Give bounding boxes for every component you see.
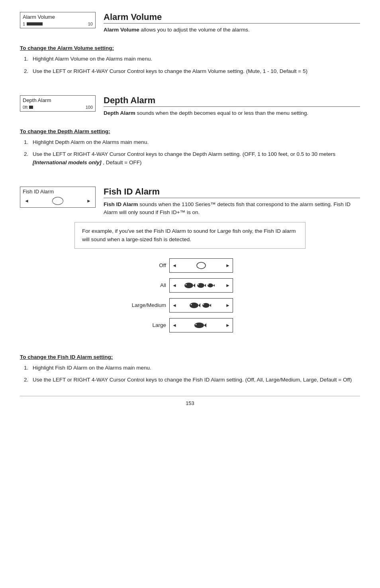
fish-option-largemedium-inner <box>188 301 214 310</box>
depth-alarm-desc-text: sounds when the depth becomes equal to o… <box>137 110 309 116</box>
fish-id-note-box: For example, if you've set the Fish ID A… <box>74 222 306 249</box>
fish-largemedium-icon <box>188 301 214 310</box>
alarm-volume-header: Alarm Volume 1 10 Alarm Volume Alarm Vol… <box>20 12 360 34</box>
fish-id-alarm-section: Fish ID Alarm ◄ ► Fish ID Alarm Fish ID … <box>20 187 360 384</box>
svg-marker-11 <box>198 303 200 307</box>
fish-off-icon <box>196 261 207 270</box>
depth-alarm-desc-bold: Depth Alarm <box>104 110 135 116</box>
svg-point-7 <box>208 283 213 287</box>
depth-alarm-slider-track <box>29 106 84 109</box>
alarm-volume-desc-bold: Alarm Volume <box>104 27 139 33</box>
depth-alarm-title-block: Depth Alarm Depth Alarm sounds when the … <box>104 95 360 117</box>
svg-marker-8 <box>213 284 215 287</box>
svg-marker-17 <box>204 323 206 327</box>
fish-id-alarm-left-arrow[interactable]: ◄ <box>24 198 29 204</box>
page-number-text: 153 <box>186 400 194 406</box>
fish-id-alarm-desc: Fish ID Alarm sounds when the 1100 Serie… <box>104 201 360 217</box>
page-number: 153 <box>20 396 360 406</box>
depth-alarm-step-2-text: Use the LEFT or RIGHT 4-WAY Cursor Contr… <box>33 150 360 167</box>
alarm-volume-widget-title: Alarm Volume <box>23 14 93 20</box>
fish-option-largemedium-label: Large/Medium <box>130 302 166 308</box>
fish-option-large-left-arrow[interactable]: ◄ <box>172 323 177 328</box>
fish-option-off-right-arrow[interactable]: ► <box>225 263 230 268</box>
svg-point-18 <box>196 324 197 325</box>
alarm-volume-slider-track <box>27 22 86 26</box>
fish-id-options: Off ◄ ► All ◄ <box>122 258 258 332</box>
fish-option-large-label: Large <box>130 322 166 328</box>
svg-point-6 <box>198 284 199 285</box>
fish-option-all-inner <box>183 281 219 290</box>
svg-marker-14 <box>210 304 211 307</box>
depth-alarm-step-2-italic: [International models only] <box>33 159 102 165</box>
fish-id-alarm-right-arrow[interactable]: ► <box>86 198 91 204</box>
fish-id-note-text: For example, if you've set the Fish ID A… <box>82 228 296 242</box>
alarm-volume-title: Alarm Volume <box>104 12 360 24</box>
depth-alarm-widget-title: Depth Alarm <box>23 97 93 103</box>
fish-option-all-control: ◄ <box>169 278 233 293</box>
fish-option-off-left-arrow[interactable]: ◄ <box>172 263 177 268</box>
depth-alarm-step-2: 2. Use the LEFT or RIGHT 4-WAY Cursor Co… <box>24 150 360 167</box>
fish-id-alarm-header: Fish ID Alarm ◄ ► Fish ID Alarm Fish ID … <box>20 187 360 217</box>
svg-point-0 <box>197 262 206 269</box>
fish-option-large-row: Large ◄ ► <box>130 318 250 332</box>
depth-alarm-step-1: 1. Highlight Depth Alarm on the Alarms m… <box>24 138 360 146</box>
depth-alarm-widget: Depth Alarm 0ft 100 <box>20 95 96 112</box>
fish-id-alarm-value-circle <box>52 197 63 205</box>
alarm-volume-subheading: To change the Alarm Volume setting: <box>20 45 360 51</box>
svg-point-3 <box>186 284 187 285</box>
alarm-volume-value-row: 1 10 <box>23 22 93 26</box>
svg-point-15 <box>203 304 204 305</box>
alarm-volume-desc: Alarm Volume allows you to adjust the vo… <box>104 26 360 34</box>
depth-alarm-header: Depth Alarm 0ft 100 Depth Alarm Depth Al… <box>20 95 360 117</box>
fish-id-alarm-subheading: To change the Fish ID Alarm setting: <box>20 354 360 360</box>
fish-option-largemedium-left-arrow[interactable]: ◄ <box>172 303 177 308</box>
fish-option-all-row: All ◄ <box>130 278 250 293</box>
alarm-volume-desc-text: allows you to adjust the volume of the a… <box>141 27 250 33</box>
fish-option-off-label: Off <box>130 262 166 268</box>
depth-alarm-step-1-text: Highlight Depth Alarm on the Alarms main… <box>33 138 360 146</box>
fish-option-all-right-arrow[interactable]: ► <box>225 283 230 288</box>
fish-id-alarm-title-block: Fish ID Alarm Fish ID Alarm sounds when … <box>104 187 360 217</box>
fish-option-largemedium-control: ◄ <box>169 298 233 313</box>
depth-alarm-subheading: To change the Depth Alarm setting: <box>20 128 360 134</box>
alarm-volume-title-block: Alarm Volume Alarm Volume allows you to … <box>104 12 360 34</box>
fish-option-largemedium-right-arrow[interactable]: ► <box>225 303 230 308</box>
svg-marker-5 <box>204 284 206 287</box>
fish-id-alarm-steps: 1. Highlight Fish ID Alarm on the Alarms… <box>20 364 360 384</box>
fish-id-alarm-desc-text: sounds when the 1100 Series™ detects fis… <box>104 201 351 215</box>
fish-id-alarm-widget: Fish ID Alarm ◄ ► <box>20 187 96 208</box>
depth-alarm-steps: 1. Highlight Depth Alarm on the Alarms m… <box>20 138 360 167</box>
svg-point-12 <box>190 304 192 305</box>
fish-option-off-inner <box>196 261 207 270</box>
fish-option-off-row: Off ◄ ► <box>130 258 250 273</box>
fish-id-alarm-title: Fish ID Alarm <box>104 187 360 198</box>
fish-option-off-control: ◄ ► <box>169 258 233 273</box>
fish-option-all-left-arrow[interactable]: ◄ <box>172 283 177 288</box>
alarm-volume-slider-left: 1 <box>23 22 25 26</box>
svg-point-4 <box>197 283 204 288</box>
fish-id-alarm-step-1: 1. Highlight Fish ID Alarm on the Alarms… <box>24 364 360 372</box>
alarm-volume-steps: 1. Highlight Alarm Volume on the Alarms … <box>20 55 360 75</box>
depth-alarm-section: Depth Alarm 0ft 100 Depth Alarm Depth Al… <box>20 95 360 167</box>
svg-point-9 <box>208 284 209 285</box>
fish-option-large-right-arrow[interactable]: ► <box>225 323 230 328</box>
fish-id-alarm-widget-title: Fish ID Alarm <box>23 189 93 195</box>
depth-alarm-slider-left: 0ft <box>23 105 27 110</box>
svg-point-10 <box>190 303 198 308</box>
fish-all-icon <box>183 281 219 290</box>
alarm-volume-slider-right: 10 <box>88 22 93 26</box>
fish-id-alarm-step-1-text: Highlight Fish ID Alarm on the Alarms ma… <box>33 364 360 372</box>
fish-id-alarm-desc-bold: Fish ID Alarm <box>104 201 138 207</box>
fish-large-icon <box>193 321 209 330</box>
fish-id-alarm-step-2-text: Use the LEFT or RIGHT 4-WAY Cursor Contr… <box>33 376 360 384</box>
alarm-volume-step-1: 1. Highlight Alarm Volume on the Alarms … <box>24 55 360 63</box>
fish-id-alarm-step-2: 2. Use the LEFT or RIGHT 4-WAY Cursor Co… <box>24 376 360 384</box>
alarm-volume-step-1-text: Highlight Alarm Volume on the Alarms mai… <box>33 55 360 63</box>
alarm-volume-step-2: 2. Use the LEFT or RIGHT 4-WAY Cursor Co… <box>24 67 360 75</box>
fish-option-large-inner <box>193 321 209 330</box>
depth-alarm-desc: Depth Alarm sounds when the depth become… <box>104 109 360 117</box>
depth-alarm-slider-right: 100 <box>86 105 93 110</box>
svg-marker-2 <box>193 283 195 287</box>
alarm-volume-step-2-text: Use the LEFT or RIGHT 4-WAY Cursor Contr… <box>33 67 360 75</box>
svg-point-1 <box>184 283 193 288</box>
